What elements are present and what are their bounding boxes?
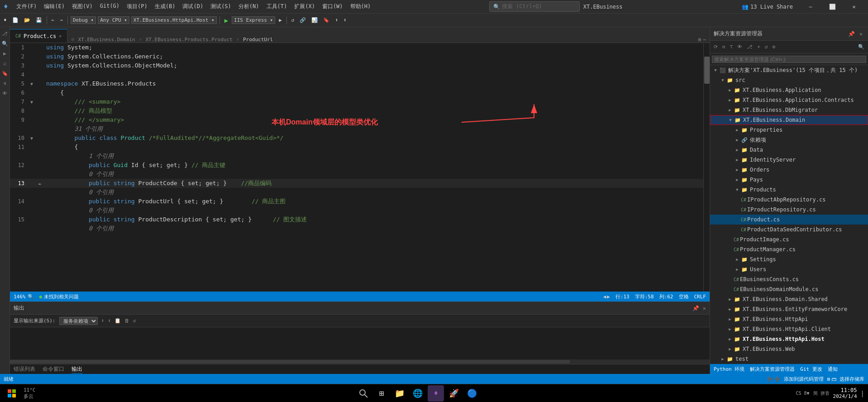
- sidebar-live[interactable]: 👁: [0, 89, 10, 98]
- se-search-input[interactable]: [712, 56, 866, 63]
- se-tool-settings[interactable]: ⚙: [771, 43, 777, 51]
- se-git-changes[interactable]: Git 更改: [800, 366, 822, 373]
- menu-analyze[interactable]: 分析(N): [236, 2, 262, 11]
- tree-iproductrepo[interactable]: C# IProductRepository.cs: [710, 205, 868, 215]
- tree-application[interactable]: ▶ 📁 XT.EBusiness.Application: [710, 85, 868, 95]
- taskbar-vs[interactable]: ♦: [428, 385, 444, 402]
- tree-orders[interactable]: ▶ 📁 Orders: [710, 165, 868, 175]
- debug-mode-dropdown[interactable]: Debug ▾: [71, 16, 96, 24]
- tab-errors[interactable]: 错误列表: [14, 365, 35, 373]
- tree-web[interactable]: ▶ 📁 XT.EBusiness.Web: [710, 344, 868, 354]
- fold-15[interactable]: [28, 215, 35, 224]
- toolbar-perf[interactable]: 📊: [310, 16, 320, 24]
- search-box[interactable]: 🔍 搜索 (Ctrl+Q): [489, 1, 580, 12]
- taskbar-rider[interactable]: 🚀: [446, 385, 462, 402]
- platform-dropdown[interactable]: Any CPU ▾: [98, 16, 129, 24]
- tree-productmanager[interactable]: C# ProductManager.cs: [710, 244, 868, 254]
- output-toolbar-btn2[interactable]: ⬇: [108, 318, 111, 324]
- vertical-scrollbar[interactable]: [703, 43, 710, 292]
- toolbar-step-out[interactable]: ⬆: [333, 16, 340, 24]
- editor-more-icon[interactable]: ⋯: [703, 37, 706, 43]
- sidebar-test[interactable]: ⚗: [0, 79, 10, 88]
- menu-help[interactable]: 帮助(H): [348, 2, 374, 11]
- taskbar-taskview[interactable]: ⊞: [373, 385, 390, 402]
- start-button[interactable]: [4, 385, 20, 402]
- fold-8[interactable]: [28, 106, 35, 115]
- fold-7[interactable]: ▼: [28, 97, 35, 106]
- tree-test[interactable]: ▶ 📁 test: [710, 354, 868, 364]
- menu-window[interactable]: 窗口(W): [320, 2, 346, 11]
- fold-5[interactable]: ▼: [28, 79, 35, 88]
- nav-right[interactable]: ▶: [607, 294, 610, 300]
- taskbar-edge[interactable]: 🌐: [410, 385, 426, 402]
- tree-product-cs[interactable]: C# Product.cs: [710, 215, 868, 225]
- iis-dropdown[interactable]: IIS Express ▾: [232, 16, 275, 24]
- tree-users[interactable]: ▶ 📁 Users: [710, 264, 868, 274]
- tree-deps[interactable]: ▶ 🔗 依赖项: [710, 135, 868, 145]
- breadcrumb-nav1[interactable]: XT.EBusiness.Domain: [78, 37, 135, 43]
- toolbar-save[interactable]: 💾: [34, 16, 44, 24]
- tree-product-dataseed[interactable]: C# ProductDataSeedContributor.cs: [710, 225, 868, 234]
- toolbar-attach[interactable]: 🔗: [298, 16, 308, 24]
- breadcrumb-nav3[interactable]: ProductUrl: [243, 37, 273, 43]
- se-tool-sync[interactable]: ⟳: [712, 43, 720, 51]
- tree-pays[interactable]: ▶ 📁 Pays: [710, 175, 868, 185]
- sidebar-bookmark[interactable]: 🔖: [0, 69, 10, 78]
- output-toolbar-btn5[interactable]: ↺: [133, 318, 136, 324]
- tree-app-contracts[interactable]: ▶ 📁 XT.EBusiness.Application.Contracts: [710, 95, 868, 105]
- tab-close-icon[interactable]: ✕: [59, 34, 62, 38]
- se-pin-icon[interactable]: 📌: [846, 30, 857, 38]
- menu-view[interactable]: 视图(V): [69, 2, 95, 11]
- tree-iproductabprepo[interactable]: C# IProductAbpRepository.cs: [710, 195, 868, 205]
- output-scrollbar-h[interactable]: [10, 359, 710, 364]
- tree-products[interactable]: ▼ 📁 Products: [710, 185, 868, 195]
- menu-build[interactable]: 生成(B): [152, 2, 178, 11]
- se-search-btn[interactable]: 🔍: [856, 43, 866, 51]
- output-close-icon[interactable]: ✕: [703, 305, 706, 311]
- tree-properties[interactable]: ▶ 📁 Properties: [710, 125, 868, 135]
- fold-12[interactable]: [28, 161, 35, 170]
- sidebar-todo[interactable]: ☑: [0, 59, 10, 68]
- toolbar-bookmark[interactable]: 🔖: [321, 16, 331, 24]
- sidebar-git[interactable]: ⎇: [0, 29, 10, 38]
- taskbar-ime[interactable]: 简 拼音: [813, 390, 830, 397]
- se-tool-add[interactable]: +: [755, 43, 762, 51]
- tree-data[interactable]: ▶ 📁 Data: [710, 145, 868, 155]
- toolbar-restart[interactable]: ↺: [290, 16, 296, 24]
- menu-extensions[interactable]: 扩展(X): [291, 2, 318, 11]
- taskbar-search[interactable]: [355, 385, 372, 402]
- se-close-icon[interactable]: ✕: [858, 30, 864, 38]
- se-tool-refresh[interactable]: ↺: [763, 43, 770, 51]
- tree-ebizmodule[interactable]: C# EBusinessDomainModule.cs: [710, 284, 868, 294]
- tree-domain-shared[interactable]: ▶ 📁 XT.EBusiness.Domain.Shared: [710, 294, 868, 304]
- close-button[interactable]: ✕: [844, 0, 864, 14]
- status-add-source[interactable]: ➕ ➕ 添加到源代码管理: [767, 376, 824, 383]
- tree-solution-root[interactable]: ▼ ⬛ 解决方案'XT.EBusiness'(15 个项目，共 15 个): [710, 65, 868, 75]
- live-share-button[interactable]: 👥 13 Live Share: [738, 3, 796, 11]
- fold-3[interactable]: [28, 61, 35, 70]
- tab-output[interactable]: 输出: [72, 365, 82, 373]
- nav-left[interactable]: ◀: [603, 294, 606, 300]
- tab-command[interactable]: 命令窗口: [43, 365, 64, 373]
- taskbar-fileexplorer[interactable]: 📁: [391, 385, 408, 402]
- toolbar-open[interactable]: 📂: [22, 16, 32, 24]
- tree-httpapi-host[interactable]: ▶ 📁 XT.EBusiness.HttpApi.Host: [710, 334, 868, 344]
- sidebar-debug[interactable]: ▶: [0, 49, 10, 58]
- weather-widget[interactable]: 11°C 多云: [24, 385, 40, 402]
- fold-11[interactable]: [28, 143, 35, 152]
- tree-src[interactable]: ▼ 📁 src: [710, 75, 868, 85]
- editor-split-icon[interactable]: ⊞: [698, 37, 701, 43]
- tree-identity[interactable]: ▶ 📁 IdentityServer: [710, 155, 868, 165]
- taskbar-chrome[interactable]: 🔵: [464, 385, 480, 402]
- se-python-env[interactable]: Python 环境: [714, 366, 744, 373]
- fold-9[interactable]: [28, 115, 35, 124]
- breadcrumb-nav2[interactable]: XT.EBusiness.Products.Product: [146, 37, 233, 43]
- menu-debug[interactable]: 调试(D): [180, 2, 206, 11]
- menu-tools[interactable]: 工具(T): [264, 2, 290, 11]
- fold-2[interactable]: [28, 52, 35, 61]
- tree-dbmigrator[interactable]: ▶ 📁 XT.EBusiness.DbMigrator: [710, 105, 868, 115]
- tree-ebizconsts[interactable]: C# EBusinessConsts.cs: [710, 274, 868, 284]
- se-tool-filter[interactable]: ⊤: [728, 43, 735, 51]
- se-tool-collapse[interactable]: ⊖: [720, 43, 727, 51]
- tree-settings[interactable]: ▶ 📁 Settings: [710, 254, 868, 264]
